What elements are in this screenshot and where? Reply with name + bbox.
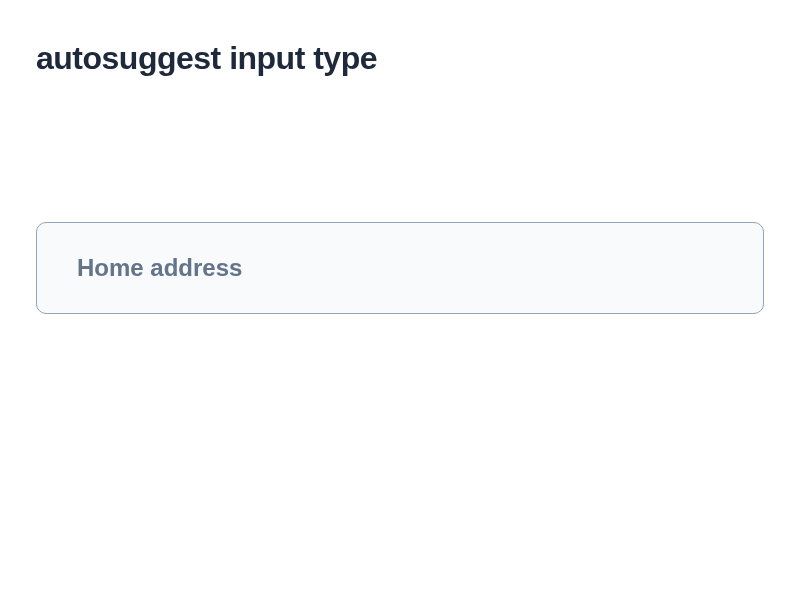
autosuggest-input-wrapper (36, 222, 764, 314)
page-title: autosuggest input type (36, 40, 764, 77)
home-address-input[interactable] (36, 222, 764, 314)
